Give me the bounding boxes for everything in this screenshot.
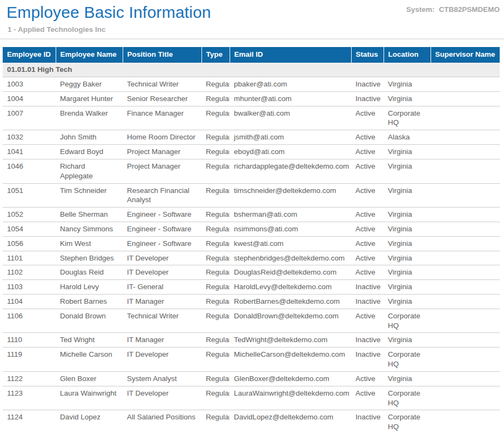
column-header-employee-id: Employee ID xyxy=(3,47,56,63)
cell-employee-id: 1046 xyxy=(3,159,56,183)
cell-email-id: pbaker@ati.com xyxy=(230,77,351,92)
cell-email-id: DouglasReid@deltekdemo.com xyxy=(230,265,351,280)
cell-type: Regular xyxy=(201,295,230,309)
column-header-employee-name: Employee Name xyxy=(56,47,123,63)
cell-type: Regular xyxy=(201,348,230,372)
cell-employee-id: 1101 xyxy=(3,251,56,265)
cell-status: Active xyxy=(351,106,384,130)
cell-type: Regular xyxy=(201,77,230,92)
cell-position-title: Engineer - Software xyxy=(123,222,201,236)
cell-position-title: IT Manager xyxy=(123,295,201,309)
table-row: 1046 Richard Applegate Project Manager R… xyxy=(3,159,500,183)
cell-status: Inactive xyxy=(351,280,384,295)
cell-position-title: Engineer - Software xyxy=(123,236,201,251)
cell-status: Inactive xyxy=(351,77,384,92)
column-header-position-title: Position Title xyxy=(123,47,201,63)
cell-status: Inactive xyxy=(351,348,384,372)
cell-location: Virginia xyxy=(384,333,431,348)
cell-employee-name: John Smith xyxy=(56,130,123,145)
cell-employee-id: 1102 xyxy=(3,265,56,280)
table-row: 1102 Douglas Reid IT Developer Regular D… xyxy=(3,265,500,280)
cell-position-title: System Analyst xyxy=(123,371,201,386)
table-row: 1106 Donald Brown Technical Writer Regul… xyxy=(3,309,500,333)
cell-email-id: TedWright@deltekdemo.com xyxy=(230,333,351,348)
cell-location: Corporate HQ xyxy=(384,410,431,434)
cell-employee-id: 1007 xyxy=(3,106,56,130)
table-row: 1032 John Smith Home Room Director Regul… xyxy=(3,130,500,145)
cell-status: Active xyxy=(351,145,384,159)
cell-employee-id: 1056 xyxy=(3,236,56,251)
cell-location: Virginia xyxy=(384,91,431,106)
cell-supervisor-name xyxy=(431,130,500,145)
table-row: 1104 Robert Barnes IT Manager Regular Ro… xyxy=(3,295,500,309)
table-row: 1056 Kim West Engineer - Software Regula… xyxy=(3,236,500,251)
cell-status: Active xyxy=(351,183,384,208)
cell-employee-id: 1052 xyxy=(3,208,56,222)
cell-status: Active xyxy=(351,371,384,386)
cell-location: Alaska xyxy=(384,130,431,145)
cell-email-id: DavidLopez@deltekdemo.com xyxy=(230,410,351,434)
cell-position-title: IT Manager xyxy=(123,333,201,348)
cell-position-title: IT Developer xyxy=(123,251,201,265)
cell-type: Regular xyxy=(201,386,230,410)
cell-status: Inactive xyxy=(351,295,384,309)
cell-email-id: kwest@ati.com xyxy=(230,236,351,251)
table-row: 1052 Belle Sherman Engineer - Software R… xyxy=(3,208,500,222)
cell-location: Virginia xyxy=(384,77,431,92)
cell-employee-name: Belle Sherman xyxy=(56,208,123,222)
table-row: 1122 Glen Boxer System Analyst Regular G… xyxy=(3,371,500,386)
cell-supervisor-name xyxy=(431,208,500,222)
table-row: 1101 Stephen Bridges IT Developer Regula… xyxy=(3,251,500,265)
system-info: System:CTB82PSMDEMO xyxy=(406,5,500,14)
cell-position-title: Technical Writer xyxy=(123,77,201,92)
cell-status: Inactive xyxy=(351,91,384,106)
table-row: 1041 Edward Boyd Project Manager Regular… xyxy=(3,145,500,159)
group-header-label: 01.01.01 High Tech xyxy=(3,63,500,77)
column-header-location: Location xyxy=(384,47,431,63)
column-header-type: Type xyxy=(201,47,230,63)
cell-employee-name: Stephen Bridges xyxy=(56,251,123,265)
cell-employee-id: 1123 xyxy=(3,386,56,410)
group-header-row: 01.01.01 High Tech xyxy=(3,63,500,77)
system-value: CTB82PSMDEMO xyxy=(439,5,500,14)
cell-type: Regular xyxy=(201,91,230,106)
cell-employee-name: Glen Boxer xyxy=(56,371,123,386)
cell-supervisor-name xyxy=(431,410,500,434)
cell-location: Virginia xyxy=(384,183,431,208)
cell-email-id: HaroldLevy@deltekdemo.com xyxy=(230,280,351,295)
cell-type: Regular xyxy=(201,265,230,280)
cell-email-id: LauraWainwright@deltekdemo.com xyxy=(230,386,351,410)
cell-position-title: Senior Researcher xyxy=(123,91,201,106)
cell-employee-name: Douglas Reid xyxy=(56,265,123,280)
table-row: 1051 Tim Schneider Research Financial An… xyxy=(3,183,500,208)
cell-type: Regular xyxy=(201,371,230,386)
cell-supervisor-name xyxy=(431,91,500,106)
cell-supervisor-name xyxy=(431,159,500,183)
table-row: 1119 Michelle Carson IT Developer Regula… xyxy=(3,348,500,372)
cell-location: Corporate HQ xyxy=(384,386,431,410)
cell-employee-name: Kim West xyxy=(56,236,123,251)
cell-status: Active xyxy=(351,386,384,410)
cell-position-title: Research Financial Analyst xyxy=(123,183,201,208)
cell-email-id: RobertBarnes@deltekdemo.com xyxy=(230,295,351,309)
cell-location: Virginia xyxy=(384,251,431,265)
cell-status: Active xyxy=(351,265,384,280)
employee-table: Employee ID Employee Name Position Title… xyxy=(3,47,500,434)
cell-type: Regular xyxy=(201,106,230,130)
cell-type: Regular xyxy=(201,251,230,265)
table-row: 1124 David Lopez All Salaried Positions … xyxy=(3,410,500,434)
cell-supervisor-name xyxy=(431,371,500,386)
header-divider xyxy=(0,38,504,39)
cell-status: Inactive xyxy=(351,410,384,434)
report-subtitle: 1 - Applied Technologies Inc xyxy=(8,25,504,34)
cell-position-title: Finance Manager xyxy=(123,106,201,130)
cell-position-title: IT Developer xyxy=(123,348,201,372)
page-header: Employee Basic Information System:CTB82P… xyxy=(0,0,504,39)
table-body: 01.01.01 High Tech 1003 Peggy Baker Tech… xyxy=(3,63,500,434)
cell-employee-name: Margaret Hunter xyxy=(56,91,123,106)
cell-position-title: IT Developer xyxy=(123,265,201,280)
cell-employee-id: 1119 xyxy=(3,348,56,372)
cell-email-id: bsherman@ati.com xyxy=(230,208,351,222)
cell-position-title: Home Room Director xyxy=(123,130,201,145)
cell-supervisor-name xyxy=(431,183,500,208)
